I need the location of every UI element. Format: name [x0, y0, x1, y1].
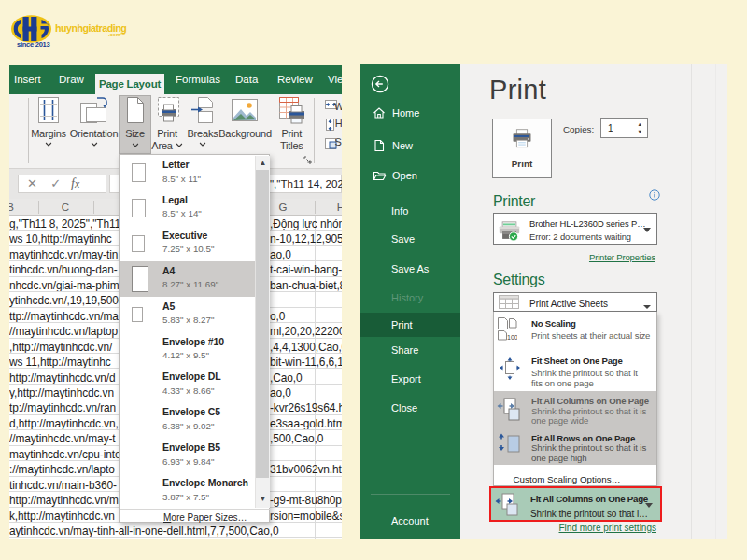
- svg-text:since 2013: since 2013: [17, 40, 49, 49]
- svg-text:.com™: .com™: [108, 32, 125, 37]
- svg-text:100: 100: [507, 334, 517, 341]
